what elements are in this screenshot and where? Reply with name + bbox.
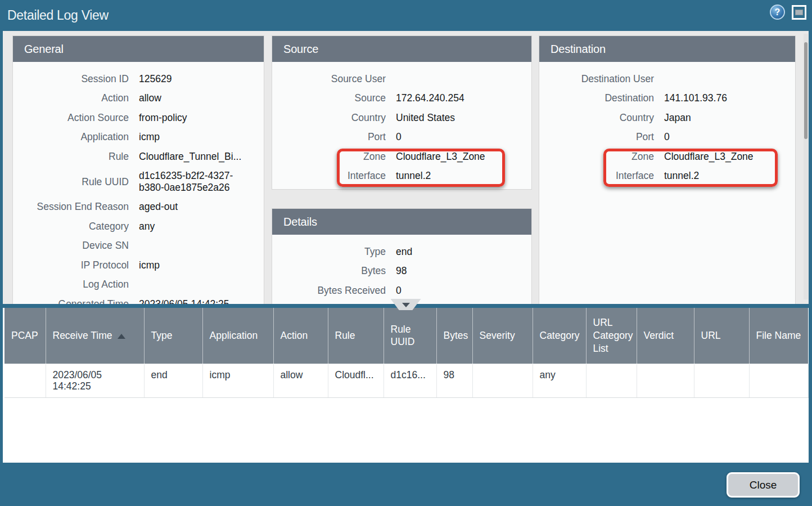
field-destination: Destination141.101.93.76: [539, 89, 795, 109]
col-pcap[interactable]: PCAP: [4, 308, 46, 364]
col-file-name[interactable]: File Name: [749, 308, 808, 364]
col-bytes[interactable]: Bytes: [436, 308, 472, 364]
field-destination-country: CountryJapan: [539, 108, 795, 128]
details-panel: Details Typeend Bytes98 Bytes Received0: [272, 208, 532, 304]
field-destination-user: Destination User: [539, 69, 795, 89]
field-application: Applicationicmp: [13, 128, 264, 147]
field-destination-port: Port0: [539, 128, 795, 147]
cell-rule: Cloudfl...: [328, 364, 384, 397]
close-button[interactable]: Close: [727, 472, 800, 498]
destination-panel-body: Destination User Destination141.101.93.7…: [539, 62, 795, 186]
dialog-content: General Session ID125629 Actionallow Act…: [3, 31, 809, 463]
destination-panel-header: Destination: [539, 36, 795, 62]
col-category[interactable]: Category: [533, 308, 586, 364]
source-panel: Source Source User Source172.64.240.254 …: [272, 35, 532, 190]
destination-panel: Destination Destination User Destination…: [539, 35, 796, 304]
field-source-port: Port0: [272, 128, 531, 147]
col-verdict[interactable]: Verdict: [637, 308, 694, 364]
field-bytes: Bytes98: [272, 262, 531, 281]
field-session-id: Session ID125629: [13, 69, 264, 89]
field-rule-uuid: Rule UUIDd1c16235-b2f2-4327-b380-0ae1875…: [13, 167, 264, 198]
field-session-end-reason: Session End Reasonaged-out: [13, 198, 264, 217]
field-rule: RuleCloudflare_Tunnel_Bi...: [13, 147, 264, 167]
field-device-sn: Device SN: [13, 236, 264, 256]
field-destination-zone: ZoneCloudflare_L3_Zone: [539, 147, 795, 167]
col-action[interactable]: Action: [273, 308, 328, 364]
field-bytes-received: Bytes Received0: [272, 281, 531, 301]
help-icon[interactable]: ?: [770, 5, 785, 20]
detailed-log-view-dialog: Detailed Log View ? General Session ID12…: [0, 0, 812, 506]
field-source: Source172.64.240.254: [272, 89, 531, 109]
vertical-scrollbar[interactable]: [804, 34, 808, 299]
cell-pcap: [4, 364, 46, 397]
sort-asc-icon: [118, 334, 125, 339]
source-panel-body: Source User Source172.64.240.254 Country…: [272, 62, 531, 186]
log-detail-panels: General Session ID125629 Actionallow Act…: [3, 31, 809, 304]
col-url-category-list[interactable]: URL Category List: [586, 308, 637, 364]
cell-verdict: [637, 364, 694, 397]
title-bar: Detailed Log View ?: [0, 0, 812, 31]
col-rule-uuid[interactable]: Rule UUID: [384, 308, 436, 364]
col-type[interactable]: Type: [144, 308, 202, 364]
field-type: Typeend: [272, 242, 531, 262]
col-rule[interactable]: Rule: [328, 308, 384, 364]
cell-severity: [472, 364, 533, 397]
log-table-section: PCAP Receive Time Type Application Actio…: [3, 304, 809, 463]
log-table: PCAP Receive Time Type Application Actio…: [4, 308, 809, 398]
field-source-interface: Interfacetunnel.2: [272, 167, 531, 186]
field-source-user: Source User: [272, 69, 531, 89]
col-application[interactable]: Application: [202, 308, 273, 364]
field-action: Actionallow: [13, 89, 264, 109]
general-panel-header: General: [13, 36, 264, 62]
field-source-country: CountryUnited States: [272, 108, 531, 128]
chevron-down-icon: [402, 303, 410, 307]
dialog-footer: Close: [0, 463, 812, 506]
scrollbar-thumb[interactable]: [804, 42, 808, 139]
window-icon[interactable]: [792, 5, 806, 20]
field-category: Categoryany: [13, 217, 264, 236]
cell-application: icmp: [202, 364, 273, 397]
cell-rule-uuid: d1c16...: [384, 364, 436, 397]
cell-file-name: [749, 364, 808, 397]
col-url[interactable]: URL: [694, 308, 749, 364]
cell-receive-time: 2023/06/05 14:42:25: [46, 364, 144, 397]
cell-action: allow: [273, 364, 328, 397]
field-action-source: Action Sourcefrom-policy: [13, 108, 264, 128]
cell-url-category-list: [586, 364, 637, 397]
source-panel-header: Source: [272, 36, 531, 62]
log-table-header-row: PCAP Receive Time Type Application Actio…: [4, 308, 808, 364]
field-ip-protocol: IP Protocolicmp: [13, 256, 264, 275]
field-source-zone: ZoneCloudflare_L3_Zone: [272, 147, 531, 167]
general-panel: General Session ID125629 Actionallow Act…: [12, 35, 264, 304]
page-title: Detailed Log View: [0, 8, 109, 23]
field-generated-time: Generated Time2023/06/05 14:42:25: [13, 294, 264, 304]
cell-type: end: [144, 364, 202, 397]
window-icon-inner: [795, 10, 803, 15]
col-severity[interactable]: Severity: [472, 308, 533, 364]
col-receive-time[interactable]: Receive Time: [46, 308, 144, 364]
cell-bytes: 98: [436, 364, 472, 397]
details-panel-body: Typeend Bytes98 Bytes Received0: [272, 235, 531, 301]
cell-category: any: [533, 364, 586, 397]
details-panel-header: Details: [272, 209, 531, 235]
general-panel-body: Session ID125629 Actionallow Action Sour…: [13, 62, 264, 304]
table-row[interactable]: 2023/06/05 14:42:25 end icmp allow Cloud…: [4, 364, 808, 397]
cell-url: [694, 364, 749, 397]
field-destination-interface: Interfacetunnel.2: [539, 167, 795, 186]
field-log-action: Log Action: [13, 275, 264, 295]
titlebar-icons: ?: [770, 5, 806, 20]
